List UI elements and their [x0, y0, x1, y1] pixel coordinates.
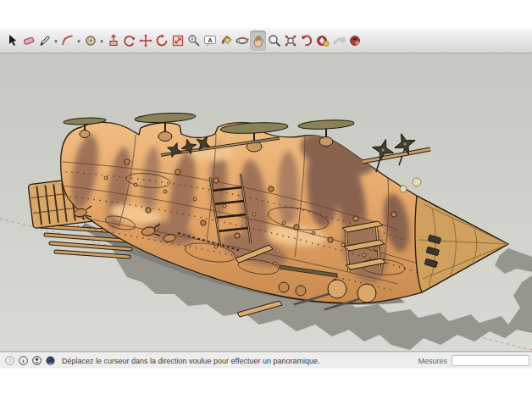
measurements-label: Mesures: [418, 357, 447, 365]
model-viewport[interactable]: [0, 53, 532, 352]
tool-shapes-dropdown[interactable]: ▾: [98, 31, 105, 52]
3d-warehouse-icon: [316, 34, 330, 47]
arc-icon: [61, 34, 75, 47]
tool-send-to-layout[interactable]: [330, 31, 346, 51]
tool-rotate[interactable]: [153, 31, 169, 51]
move-icon: [139, 34, 152, 47]
scale-icon: [171, 34, 185, 47]
status-info-icon[interactable]: i: [18, 355, 29, 366]
tool-zoom[interactable]: [266, 31, 282, 51]
tool-line[interactable]: [36, 31, 53, 51]
measurements-input[interactable]: [452, 355, 529, 366]
line-icon: [38, 34, 52, 47]
tool-move[interactable]: [137, 31, 153, 51]
tool-eraser[interactable]: [20, 31, 36, 51]
tool-line-dropdown[interactable]: ▾: [53, 31, 59, 52]
svg-text:A: A: [208, 36, 213, 43]
tool-text[interactable]: A: [202, 31, 218, 51]
pan-icon: [252, 34, 265, 47]
window-top-margin: [0, 0, 532, 28]
bow-cone[interactable]: [415, 196, 508, 292]
text-icon: A: [203, 34, 217, 47]
window-bottom-margin: [0, 369, 532, 400]
tool-zoom-extents[interactable]: [282, 31, 298, 51]
extension-warehouse-icon: [348, 34, 362, 47]
rotate-icon: [155, 34, 169, 47]
toolbar: ▾▾▾A: [0, 28, 532, 53]
tool-extension-warehouse[interactable]: [346, 31, 363, 51]
svg-text:?: ?: [8, 358, 12, 364]
status-account-icon[interactable]: [31, 355, 42, 366]
tool-shapes[interactable]: [82, 31, 98, 51]
status-geolocation-icon[interactable]: [45, 355, 56, 366]
send-to-layout-icon: [332, 34, 346, 47]
previous-view-icon: [300, 34, 313, 47]
eraser-icon: [22, 34, 36, 47]
zoom-icon: [268, 34, 281, 47]
drawing-canvas[interactable]: [0, 53, 532, 352]
tool-select[interactable]: [4, 31, 20, 51]
tool-paint-bucket[interactable]: [218, 31, 234, 51]
shapes-icon: [84, 34, 97, 47]
select-icon: [6, 34, 19, 47]
tape-measure-icon: [187, 34, 201, 47]
zoom-extents-icon: [284, 34, 297, 47]
tool-previous-view[interactable]: [298, 31, 314, 51]
paint-bucket-icon: [219, 34, 233, 47]
orbit-icon: [236, 34, 249, 47]
tool-pan[interactable]: [250, 31, 266, 51]
tool-arc[interactable]: [59, 31, 75, 51]
push-pull-icon: [107, 34, 120, 47]
status-message: Déplacez le curseur dans la direction vo…: [62, 357, 320, 365]
tool-offset[interactable]: [121, 31, 137, 51]
offset-icon: [123, 34, 136, 47]
tool-3d-warehouse[interactable]: [314, 31, 330, 51]
tool-scale[interactable]: [169, 31, 186, 51]
svg-text:i: i: [23, 358, 25, 364]
status-icons: ?i: [4, 355, 56, 366]
status-bar: ?i Déplacez le curseur dans la direction…: [0, 352, 532, 369]
tool-tape-measure[interactable]: [186, 31, 202, 51]
tool-arc-dropdown[interactable]: ▾: [75, 31, 82, 52]
sketchup-window: ▾▾▾A: [0, 0, 532, 400]
tool-orbit[interactable]: [234, 31, 250, 51]
airship-model[interactable]: [28, 112, 508, 317]
status-help-icon[interactable]: ?: [4, 355, 15, 366]
tool-push-pull[interactable]: [105, 31, 121, 51]
